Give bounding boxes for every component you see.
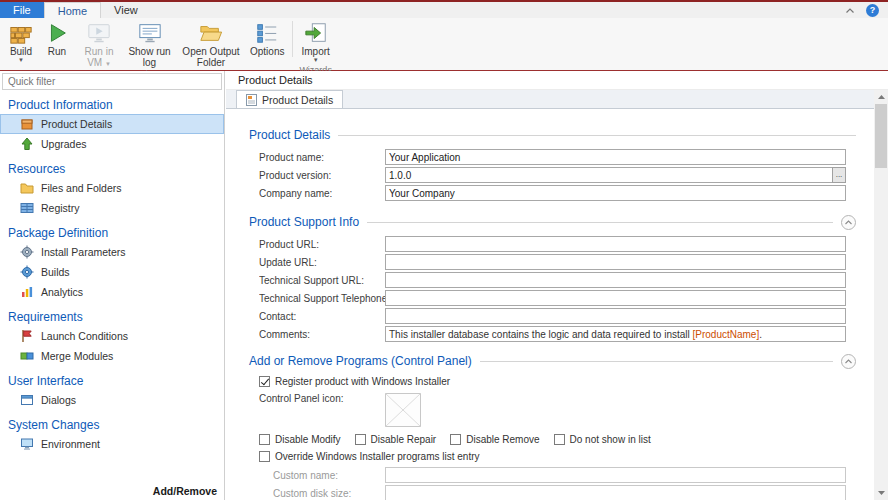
folder-icon: [20, 181, 34, 195]
product-name-input[interactable]: [385, 149, 846, 165]
tab-file[interactable]: File: [0, 2, 44, 18]
checkbox-box: [259, 434, 270, 445]
ribbon: Build ▼ Run: [0, 18, 888, 71]
analytics-icon: [20, 285, 34, 299]
disable-repair-checkbox[interactable]: Disable Repair: [355, 434, 437, 445]
sidebar-section-requirements: Requirements Launch Conditions Merge Mod…: [0, 307, 224, 366]
sidebar-item-product-details[interactable]: Product Details: [0, 114, 224, 134]
run-button[interactable]: Run: [39, 19, 75, 57]
product-url-input[interactable]: [385, 236, 846, 252]
control-panel-icon-preview[interactable]: [385, 393, 421, 427]
update-url-input[interactable]: [385, 254, 846, 270]
scrollbar-thumb[interactable]: [875, 104, 887, 168]
collapse-section-button[interactable]: [841, 354, 856, 369]
show-run-log-icon: [138, 20, 162, 46]
help-icon[interactable]: ?: [866, 4, 879, 17]
comments-productname-token: [ProductName]: [693, 329, 760, 340]
comments-input[interactable]: This installer database contains the log…: [385, 326, 846, 342]
arp-options-row: Disable Modify Disable Repair Disable Re…: [226, 434, 874, 445]
sidebar-item-launch-conditions[interactable]: Launch Conditions: [0, 326, 224, 346]
sidebar-item-analytics[interactable]: Analytics: [0, 282, 224, 302]
dropdown-icon: ▼: [18, 57, 24, 64]
sidebar-item-upgrades[interactable]: Upgrades: [0, 134, 224, 154]
document-tab-product-details[interactable]: Product Details: [236, 90, 343, 108]
build-button[interactable]: Build ▼: [3, 19, 39, 64]
section-rule: [480, 361, 833, 362]
show-run-log-button[interactable]: Show run log: [123, 19, 176, 68]
sidebar-section-title: Requirements: [0, 307, 224, 326]
disable-remove-label: Disable Remove: [466, 434, 539, 445]
quick-filter-input[interactable]: [3, 74, 221, 89]
sidebar-item-label: Environment: [41, 438, 100, 450]
technical-support-telephone-input[interactable]: [385, 290, 846, 306]
sidebar-section-title: User Interface: [0, 371, 224, 390]
sidebar-item-dialogs[interactable]: Dialogs: [0, 390, 224, 410]
register-product-checkbox[interactable]: Register product with Windows Installer: [259, 376, 450, 387]
scroll-up-button[interactable]: [874, 90, 888, 104]
override-programs-list-checkbox[interactable]: Override Windows Installer programs list…: [259, 451, 480, 462]
section-add-remove-programs: Add or Remove Programs (Control Panel) R…: [226, 353, 874, 500]
sidebar-item-builds[interactable]: Builds: [0, 262, 224, 282]
sidebar-section-user-interface: User Interface Dialogs: [0, 371, 224, 410]
technical-support-url-input[interactable]: [385, 272, 846, 288]
checkbox-box: [450, 434, 461, 445]
flag-icon: [20, 329, 34, 343]
ribbon-collapse-icon[interactable]: [843, 3, 857, 17]
options-button[interactable]: Options: [246, 19, 288, 57]
comments-suffix: .: [759, 329, 762, 340]
dropdown-icon: ▼: [105, 61, 111, 67]
document-tab-strip: Product Details: [226, 90, 874, 109]
build-icon: [9, 20, 33, 46]
sidebar-item-label: Launch Conditions: [41, 330, 128, 342]
sidebar-item-install-parameters[interactable]: Install Parameters: [0, 242, 224, 262]
disable-remove-checkbox[interactable]: Disable Remove: [450, 434, 539, 445]
upgrades-icon: [20, 137, 34, 151]
sidebar-item-registry[interactable]: Registry: [0, 198, 224, 218]
custom-name-input[interactable]: [385, 467, 846, 483]
contact-label: Contact:: [259, 311, 385, 322]
product-version-label: Product version:: [259, 170, 385, 181]
company-name-input[interactable]: [385, 185, 846, 201]
product-version-input[interactable]: [385, 167, 846, 183]
dialog-window-icon: [20, 393, 34, 407]
sidebar-item-label: Upgrades: [41, 138, 87, 150]
scroll-down-button[interactable]: [874, 486, 888, 500]
tab-view[interactable]: View: [101, 2, 151, 18]
section-heading: Product Details: [249, 128, 330, 142]
sidebar-item-files-and-folders[interactable]: Files and Folders: [0, 178, 224, 198]
do-not-show-in-list-checkbox[interactable]: Do not show in list: [554, 434, 651, 445]
checkbox-box: [355, 434, 366, 445]
import-button-label: Import: [301, 46, 329, 57]
sidebar-item-label: Builds: [41, 266, 70, 278]
import-button[interactable]: Import ▼: [297, 19, 333, 64]
tab-home[interactable]: Home: [44, 2, 101, 18]
override-programs-list-label: Override Windows Installer programs list…: [275, 451, 480, 462]
disable-modify-label: Disable Modify: [275, 434, 341, 445]
update-url-label: Update URL:: [259, 257, 385, 268]
sidebar-item-environment[interactable]: Environment: [0, 434, 224, 454]
dropdown-icon: ▼: [313, 57, 319, 64]
vertical-scrollbar[interactable]: [874, 90, 888, 500]
sidebar-section-package-definition: Package Definition Install Parameters Bu…: [0, 223, 224, 302]
run-button-label: Run: [48, 46, 66, 57]
open-output-folder-icon: [199, 20, 223, 46]
run-in-vm-button[interactable]: Run in VM ▼: [75, 19, 123, 68]
product-name-label: Product name:: [259, 152, 385, 163]
contact-input[interactable]: [385, 308, 846, 324]
sidebar-item-merge-modules[interactable]: Merge Modules: [0, 346, 224, 366]
window-buttons: ?: [843, 2, 888, 18]
builds-icon: [20, 265, 34, 279]
disable-modify-checkbox[interactable]: Disable Modify: [259, 434, 341, 445]
collapse-section-button[interactable]: [841, 215, 856, 230]
browse-button[interactable]: ...: [832, 167, 846, 183]
sidebar-item-label: Install Parameters: [41, 246, 126, 258]
run-in-vm-button-label: Run in VM ▼: [79, 46, 119, 68]
sidebar-item-label: Registry: [41, 202, 80, 214]
ribbon-group-wizards: Import ▼ Wizards: [294, 18, 336, 70]
open-output-folder-button[interactable]: Open Output Folder: [176, 19, 246, 68]
custom-disk-size-input[interactable]: [385, 485, 846, 500]
ribbon-separator: [292, 21, 293, 57]
install-parameters-icon: [20, 245, 34, 259]
sidebar-section-title: Product Information: [0, 95, 224, 114]
product-details-icon: [20, 117, 34, 131]
